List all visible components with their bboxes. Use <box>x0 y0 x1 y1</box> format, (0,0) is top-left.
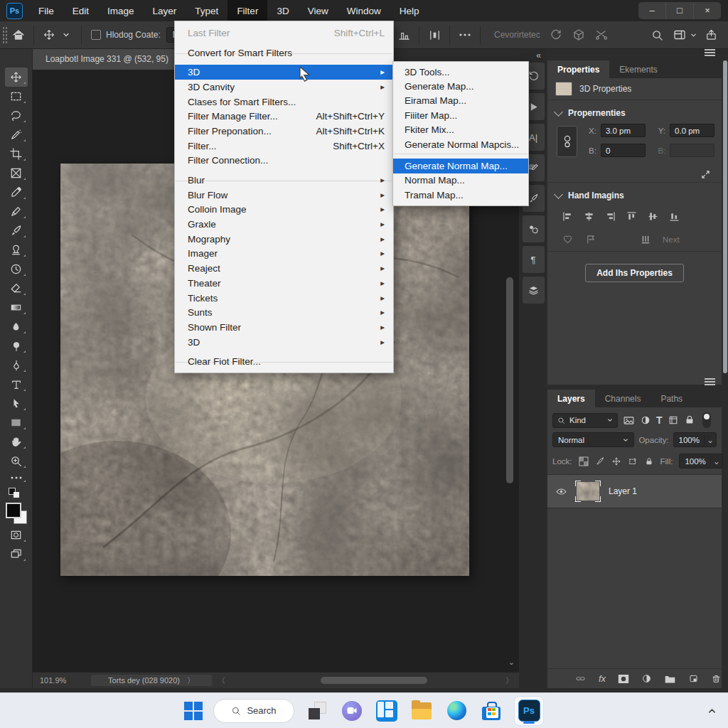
workspace-icon[interactable] <box>671 26 688 43</box>
move-tool[interactable] <box>5 68 28 87</box>
widgets-button[interactable] <box>375 699 399 723</box>
maximize-button[interactable]: □ <box>665 2 693 19</box>
layer-row[interactable]: Layer 1 <box>547 475 722 508</box>
align-right-icon[interactable] <box>604 210 616 223</box>
b-field[interactable]: 0 <box>601 144 646 157</box>
move-tool-icon[interactable] <box>41 26 58 43</box>
new-layer-icon[interactable] <box>688 673 699 684</box>
visibility-eye-icon[interactable] <box>555 486 567 498</box>
menu-item[interactable]: Convert for Smart Filters <box>175 46 393 60</box>
opacity-dropdown[interactable]: 100% ⌄ <box>673 432 717 447</box>
align-top-icon[interactable] <box>626 210 638 223</box>
menu-item[interactable] <box>175 168 393 173</box>
align-center-icon[interactable] <box>583 210 595 223</box>
menubar-item[interactable]: Filter <box>228 0 267 21</box>
kind-filter-dropdown[interactable]: Kind <box>552 413 618 428</box>
distribute-vertical-icon[interactable] <box>640 234 651 245</box>
history-brush-tool[interactable] <box>5 259 28 279</box>
menu-item[interactable]: Theater <box>175 276 393 291</box>
more-options-icon[interactable] <box>456 26 473 43</box>
menu-item[interactable]: Mography <box>175 232 393 247</box>
menu-item[interactable]: Last Filter Shift+Ctrl+L <box>175 26 393 41</box>
adjustment-layer-icon[interactable] <box>641 673 652 684</box>
task-view-button[interactable] <box>305 699 329 723</box>
menu-item[interactable]: Filter Connection... <box>175 154 393 168</box>
panel-tab[interactable]: Layers <box>547 390 595 407</box>
eraser-tool[interactable] <box>5 279 28 298</box>
submenu-item[interactable]: Normal Map... <box>393 173 528 188</box>
status-info-field[interactable]: Torts dey (028 9020) 〉 <box>91 675 212 686</box>
submenu-item[interactable]: Fkiter Mix... <box>393 123 528 137</box>
zoom-tool[interactable] <box>5 451 28 471</box>
link-layers-icon[interactable] <box>574 673 587 685</box>
paragraph-panel-button[interactable]: ¶ <box>523 246 545 273</box>
menubar-item[interactable]: Typet <box>186 0 228 21</box>
panel-tab[interactable]: Ekements <box>609 60 667 78</box>
share-icon[interactable] <box>702 26 719 43</box>
b2-field[interactable] <box>670 144 714 157</box>
type-tool[interactable] <box>5 375 28 394</box>
add-properties-button[interactable]: Add Ihs Properties <box>585 264 684 282</box>
toolbar-grip[interactable] <box>2 26 7 43</box>
align-bottom-icon[interactable] <box>668 210 680 223</box>
layers-panel-button[interactable] <box>523 277 545 304</box>
canvas-vertical-scrollbar[interactable] <box>506 277 513 483</box>
rectangular-marquee-tool[interactable] <box>5 87 28 106</box>
layer-effects-icon[interactable]: fx <box>599 673 606 684</box>
menu-item[interactable]: Shown Filter <box>175 320 393 335</box>
menu-item[interactable] <box>175 41 393 46</box>
scroll-left-icon[interactable]: 〈 <box>218 675 225 686</box>
menubar-item[interactable]: File <box>29 0 63 21</box>
flag-icon[interactable] <box>585 233 597 245</box>
align-section-header[interactable]: Hand Imagins <box>547 183 722 204</box>
menu-item[interactable] <box>175 349 393 354</box>
document-tab[interactable]: Loapbotl Image 331 @ (532, 95) <box>33 48 182 70</box>
menu-item[interactable] <box>175 60 393 65</box>
menu-item[interactable]: Filter Preponation... Alt+Shift+Ctrl+K <box>175 124 393 139</box>
chevron-right-icon[interactable]: 〉 <box>187 675 195 686</box>
panel-tab[interactable]: Channels <box>595 390 651 407</box>
menu-item[interactable]: Tickets <box>175 291 393 306</box>
gradient-tool[interactable] <box>5 298 28 317</box>
rotate-view-icon[interactable] <box>547 26 564 43</box>
blur-tool[interactable] <box>5 317 28 336</box>
photoshop-taskbar-button[interactable]: Ps <box>514 696 544 726</box>
panel-menu-icon[interactable] <box>705 49 715 50</box>
filter-smart-object-icon[interactable] <box>684 414 695 426</box>
menu-item[interactable]: Clear Fiot Filter... <box>175 354 393 369</box>
submenu-item[interactable]: Tramal Map... <box>393 188 528 202</box>
menu-item[interactable]: 3D Canvity <box>175 80 393 95</box>
panel-tab[interactable]: Paths <box>651 390 692 407</box>
foreground-background-swatches[interactable] <box>6 503 27 524</box>
fill-dropdown[interactable]: 100% ⌄ <box>679 454 722 469</box>
start-button[interactable] <box>184 702 203 720</box>
zoom-level[interactable]: 101.9% <box>40 676 71 685</box>
hand-tool[interactable] <box>5 432 28 451</box>
menu-item[interactable]: Sunts <box>175 305 393 320</box>
panel-tab[interactable]: Properties <box>547 60 609 78</box>
horizontal-scroll-thumb[interactable] <box>321 677 427 684</box>
spot-healing-tool[interactable] <box>5 202 28 221</box>
align-bars-icon[interactable] <box>395 26 412 43</box>
align-middle-icon[interactable] <box>647 210 659 223</box>
foreground-color-swatch[interactable] <box>6 503 21 518</box>
layer-name[interactable]: Layer 1 <box>609 486 637 496</box>
lock-all-icon[interactable] <box>644 456 654 466</box>
align-left-icon[interactable] <box>562 210 574 223</box>
edge-browser-button[interactable] <box>444 699 469 723</box>
crop-tool[interactable] <box>5 144 28 164</box>
scroll-right-icon[interactable]: 〉 <box>505 675 513 686</box>
menubar-item[interactable]: Help <box>390 0 429 21</box>
pen-tool[interactable] <box>5 355 28 375</box>
submenu-item[interactable]: Generate Normal Map... <box>393 159 528 173</box>
submenu-item[interactable]: Generate Map... <box>393 79 528 93</box>
teams-chat-button[interactable] <box>340 699 364 723</box>
menu-item[interactable]: Blur Flow <box>175 188 393 203</box>
layer-mask-icon[interactable] <box>618 674 629 684</box>
shears-icon[interactable] <box>593 26 610 43</box>
options-checkbox[interactable] <box>91 30 101 40</box>
menubar-item[interactable]: View <box>299 0 338 21</box>
canvas-horizontal-scrollbar[interactable] <box>235 677 496 684</box>
clone-stamp-tool[interactable] <box>5 240 28 259</box>
menu-item[interactable]: 3D <box>175 335 393 350</box>
